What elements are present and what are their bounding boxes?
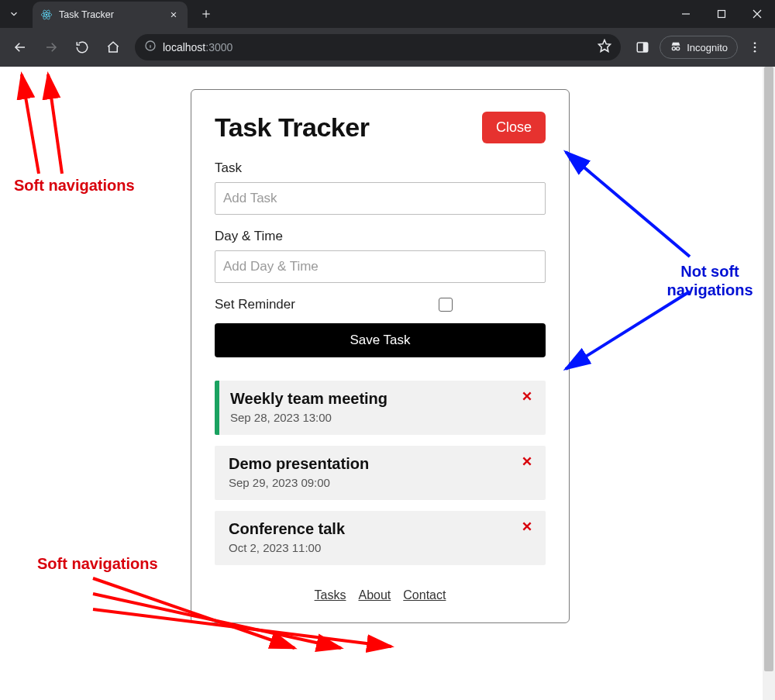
delete-task-icon[interactable] — [521, 455, 533, 471]
kebab-menu-icon[interactable] — [741, 33, 769, 61]
tasks-list: Weekly team meeting Sep 28, 2023 13:00 D… — [215, 381, 546, 565]
task-text: Demo presentation Sep 29, 2023 09:00 — [229, 455, 369, 489]
close-button[interactable]: Close — [482, 112, 546, 143]
annotation-arrow-icon — [0, 67, 194, 206]
svg-point-24 — [754, 42, 756, 44]
task-input[interactable] — [215, 182, 546, 215]
svg-line-39 — [93, 609, 391, 647]
react-favicon-icon — [40, 9, 53, 21]
delete-task-icon[interactable] — [521, 520, 533, 536]
tab-close-icon[interactable] — [167, 9, 180, 21]
day-input[interactable] — [215, 250, 546, 283]
bookmark-star-icon[interactable] — [598, 39, 611, 56]
task-title: Demo presentation — [229, 455, 369, 473]
incognito-icon — [670, 40, 682, 55]
annotation-arrow-icon — [542, 129, 775, 400]
delete-task-icon[interactable] — [521, 390, 533, 405]
url-host: localhost — [163, 41, 205, 53]
task-day: Oct 2, 2023 11:00 — [229, 541, 345, 554]
task-title: Weekly team meeting — [230, 390, 388, 408]
svg-rect-20 — [644, 43, 648, 52]
svg-point-26 — [754, 50, 756, 53]
task-text: Conference talk Oct 2, 2023 11:00 — [229, 520, 345, 554]
svg-marker-17 — [599, 40, 611, 52]
task-tracker-card: Task Tracker Close Task Day & Time Set R… — [191, 89, 570, 623]
window-controls — [668, 0, 775, 28]
titlebar: Task Tracker — [0, 0, 775, 28]
save-task-button[interactable]: Save Task — [215, 323, 546, 357]
day-field: Day & Time — [215, 229, 546, 283]
task-field: Task — [215, 160, 546, 215]
maximize-button[interactable] — [704, 0, 739, 28]
incognito-label: Incognito — [687, 42, 728, 53]
task-day: Sep 28, 2023 13:00 — [230, 411, 388, 424]
minimize-button[interactable] — [668, 0, 704, 28]
browser-tab[interactable]: Task Tracker — [33, 2, 188, 28]
home-button[interactable] — [99, 33, 127, 61]
task-text: Weekly team meeting Sep 28, 2023 13:00 — [230, 390, 388, 424]
forward-button[interactable] — [37, 33, 65, 61]
svg-point-22 — [677, 47, 680, 50]
svg-line-33 — [22, 74, 39, 174]
incognito-indicator[interactable]: Incognito — [660, 36, 738, 59]
svg-point-25 — [754, 47, 756, 49]
app-title: Task Tracker — [215, 112, 369, 143]
reminder-label: Set Reminder — [215, 297, 295, 312]
svg-point-0 — [46, 14, 48, 16]
svg-rect-9 — [718, 11, 725, 18]
task-day: Sep 29, 2023 09:00 — [229, 476, 369, 489]
reminder-row: Set Reminder — [215, 297, 546, 312]
svg-line-38 — [93, 594, 341, 648]
side-panel-icon[interactable] — [629, 33, 656, 61]
tab-title: Task Tracker — [59, 9, 161, 20]
svg-line-35 — [566, 152, 690, 257]
task-item[interactable]: Demo presentation Sep 29, 2023 09:00 — [215, 446, 546, 500]
page-viewport: Task Tracker Close Task Day & Time Set R… — [0, 67, 775, 700]
url-port: :3000 — [205, 41, 232, 53]
annotation-arrow-icon — [62, 555, 450, 679]
task-title: Conference talk — [229, 520, 345, 538]
toolbar-right: Incognito — [629, 33, 769, 61]
reminder-checkbox[interactable] — [439, 298, 453, 312]
new-tab-button[interactable] — [195, 3, 217, 25]
day-label: Day & Time — [215, 229, 546, 244]
browser-chrome: Task Tracker — [0, 0, 775, 67]
reload-button[interactable] — [68, 33, 96, 61]
site-info-icon[interactable] — [144, 40, 157, 55]
back-button[interactable] — [6, 33, 34, 61]
svg-line-36 — [566, 291, 690, 369]
card-header: Task Tracker Close — [215, 112, 546, 143]
svg-line-34 — [48, 74, 62, 174]
browser-toolbar: localhost:3000 Incognito — [0, 28, 775, 67]
task-label: Task — [215, 160, 546, 176]
close-window-button[interactable] — [739, 0, 775, 28]
tab-search-dropdown-icon[interactable] — [0, 0, 28, 28]
url-text: localhost:3000 — [163, 41, 591, 53]
task-item[interactable]: Weekly team meeting Sep 28, 2023 13:00 — [215, 381, 546, 435]
svg-point-21 — [673, 47, 676, 50]
address-bar[interactable]: localhost:3000 — [135, 34, 621, 60]
